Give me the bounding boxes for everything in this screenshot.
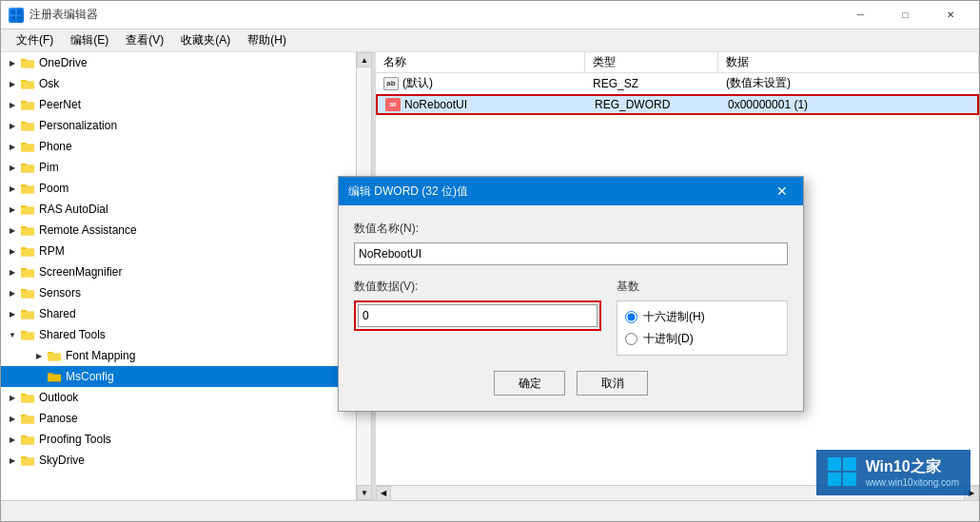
maximize-button[interactable]: □ (884, 1, 927, 29)
folder-icon (47, 349, 62, 362)
reg-row-default[interactable]: ab (默认) REG_SZ (数值未设置) (376, 73, 979, 94)
tree-item-skydrive[interactable]: ▶ SkyDrive (1, 450, 356, 471)
tree-item-sharedtools[interactable]: ▼ Shared Tools (1, 324, 356, 345)
data-section: 数值数据(V): (354, 279, 601, 356)
menu-view[interactable]: 查看(V) (118, 30, 171, 50)
folder-icon (20, 161, 35, 174)
radio-dec[interactable]: 十进制(D) (625, 331, 779, 347)
base-section: 基数 十六进制(H) 十进制(D) (617, 279, 788, 356)
tree-item-phone[interactable]: ▶ Phone (1, 136, 356, 157)
tree-label: Remote Assistance (39, 223, 356, 237)
menu-edit[interactable]: 编辑(E) (63, 30, 116, 50)
tree-item-rasautodial[interactable]: ▶ RAS AutoDial (1, 199, 356, 220)
folder-icon (20, 77, 35, 90)
tree-label: Shared Tools (39, 328, 356, 341)
tree-panel[interactable]: ▲ ▼ ▶ OneDrive ▶ (1, 52, 372, 500)
tree-label: Personalization (39, 119, 356, 132)
dialog-close-button[interactable]: ✕ (771, 180, 794, 203)
scroll-up-btn[interactable]: ▲ (357, 52, 372, 68)
radio-dec-label: 十进制(D) (643, 331, 694, 347)
tree-label: PeerNet (39, 98, 356, 111)
data-input-wrapper (354, 300, 601, 331)
toggle-icon: ▶ (5, 285, 20, 300)
tree-label: Panose (39, 412, 356, 425)
radio-hex-input[interactable] (625, 311, 637, 323)
toggle-icon: ▶ (5, 97, 20, 112)
close-button[interactable]: ✕ (929, 1, 971, 29)
toggle-icon (31, 369, 47, 384)
base-title: 基数 (617, 279, 788, 295)
tree-label: OneDrive (39, 56, 356, 69)
right-scrollbar[interactable]: ◀ ▶ (376, 485, 979, 500)
toggle-icon: ▼ (5, 327, 20, 342)
toggle-icon: ▶ (5, 139, 20, 154)
dialog-ok-button[interactable]: 确定 (494, 371, 565, 396)
tree-item-sensors[interactable]: ▶ Sensors (1, 282, 356, 303)
scroll-left-btn[interactable]: ◀ (376, 486, 391, 501)
tree-items-container: ▶ OneDrive ▶ Osk ▶ (1, 52, 371, 471)
reg-data-norebootui: 0x00000001 (1) (720, 98, 977, 111)
col-header-type: 类型 (585, 52, 718, 72)
status-bar (1, 500, 979, 521)
folder-icon (20, 140, 35, 153)
tree-label: RAS AutoDial (39, 203, 356, 216)
tree-label: Osk (39, 77, 356, 90)
reg-icon-ab: ab (383, 77, 399, 90)
folder-icon (20, 433, 35, 446)
folder-icon (20, 223, 35, 237)
menu-file[interactable]: 文件(F) (9, 30, 61, 50)
folder-icon (20, 182, 35, 195)
tree-item-osk[interactable]: ▶ Osk (1, 73, 356, 94)
tree-item-remoteassistance[interactable]: ▶ Remote Assistance (1, 220, 356, 241)
toggle-icon: ▶ (5, 160, 20, 175)
tree-item-shared[interactable]: ▶ Shared (1, 303, 356, 324)
tree-label: SkyDrive (39, 454, 356, 467)
tree-item-fontmapping[interactable]: ▶ Font Mapping (1, 345, 356, 366)
reg-icon-dword: 88 (385, 98, 401, 111)
tree-item-outlook[interactable]: ▶ Outlook (1, 387, 356, 408)
tree-item-rpm[interactable]: ▶ RPM (1, 241, 356, 261)
folder-icon (20, 203, 35, 216)
col-header-name: 名称 (376, 52, 585, 72)
tree-label: MsConfig (66, 370, 356, 383)
folder-icon (20, 265, 35, 279)
reg-type-norebootui: REG_DWORD (587, 98, 720, 111)
dialog-data-input[interactable] (358, 304, 598, 327)
tree-item-personalization[interactable]: ▶ Personalization (1, 115, 356, 136)
dialog-data-label: 数值数据(V): (354, 279, 601, 295)
menu-bar: 文件(F) 编辑(E) 查看(V) 收藏夹(A) 帮助(H) (1, 29, 979, 52)
tree-label: Font Mapping (66, 349, 356, 362)
menu-help[interactable]: 帮助(H) (240, 30, 294, 50)
dialog-name-input[interactable] (354, 242, 788, 265)
tree-item-screenmagnifier[interactable]: ▶ ScreenMagnifier (1, 261, 356, 282)
radio-hex-label: 十六进制(H) (643, 309, 705, 325)
toggle-icon: ▶ (5, 264, 20, 280)
dialog-buttons: 确定 取消 (354, 371, 788, 396)
tree-item-panose[interactable]: ▶ Panose (1, 408, 356, 429)
folder-icon (20, 119, 35, 132)
tree-item-peernet[interactable]: ▶ PeerNet (1, 94, 356, 115)
dialog-body: 数值名称(N): 数值数据(V): 基数 十六进制(H) (339, 205, 803, 411)
tree-label: Pim (39, 161, 356, 174)
radio-dec-input[interactable] (625, 333, 637, 345)
folder-icon (20, 56, 35, 69)
tree-item-poom[interactable]: ▶ Poom (1, 178, 356, 199)
toggle-icon: ▶ (5, 453, 20, 468)
scroll-down-btn[interactable]: ▼ (357, 485, 372, 500)
toggle-icon: ▶ (5, 181, 20, 196)
dialog-data-row: 数值数据(V): 基数 十六进制(H) 十进制(D) (354, 279, 788, 356)
dialog-cancel-button[interactable]: 取消 (577, 371, 648, 396)
radio-hex[interactable]: 十六进制(H) (625, 309, 779, 325)
tree-item-msconfig[interactable]: MsConfig (1, 366, 356, 387)
tree-item-proofingtools[interactable]: ▶ Proofing Tools (1, 429, 356, 450)
scroll-right-btn[interactable]: ▶ (964, 486, 979, 501)
tree-item-pim[interactable]: ▶ Pim (1, 157, 356, 178)
minimize-button[interactable]: ─ (839, 1, 882, 29)
toggle-icon: ▶ (5, 222, 20, 238)
folder-icon (20, 307, 35, 320)
tree-item-onedrive[interactable]: ▶ OneDrive (1, 52, 356, 73)
reg-row-norebootui[interactable]: 88 NoRebootUI REG_DWORD 0x00000001 (1) (376, 94, 979, 115)
menu-favorites[interactable]: 收藏夹(A) (173, 30, 238, 50)
toggle-icon: ▶ (5, 411, 20, 426)
toggle-icon: ▶ (5, 76, 20, 91)
